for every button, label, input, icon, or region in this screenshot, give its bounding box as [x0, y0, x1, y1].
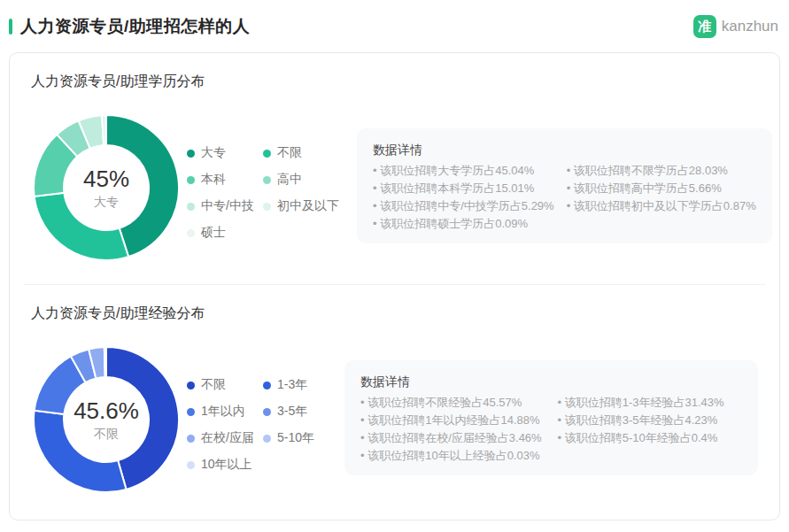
legend-dot-icon — [187, 176, 195, 184]
education-donut-chart[interactable]: 45% 大专 — [31, 112, 182, 263]
legend-item-0[interactable]: 不限 — [187, 376, 263, 394]
report-card: 人力资源专员/助理学历分布 45% 大专 大专不限本科高中中专/中技初中及以下硕… — [9, 52, 780, 520]
legend-label: 中专/中技 — [201, 198, 254, 214]
legend-item-6[interactable]: 硕士 — [187, 224, 263, 242]
page-header: 人力资源专员/助理招怎样的人 准 kanzhun — [0, 0, 789, 47]
legend-label: 1-3年 — [277, 377, 307, 393]
legend-item-3[interactable]: 高中 — [263, 171, 339, 189]
legend-label: 硕士 — [201, 225, 226, 241]
legend-item-1[interactable]: 不限 — [263, 144, 339, 162]
details-list-right: 该职位招聘1-3年经验占31.43%该职位招聘3-5年经验占4.23%该职位招聘… — [558, 394, 743, 465]
legend-label: 5-10年 — [277, 430, 314, 446]
detail-item: 该职位招聘高中学历占5.66% — [567, 180, 756, 197]
legend-label: 不限 — [277, 145, 302, 161]
legend-item-4[interactable]: 在校/应届 — [187, 429, 263, 447]
experience-legend: 不限1-3年1年以内3-5年在校/应届5-10年10年以上 — [187, 376, 327, 474]
legend-dot-icon — [187, 461, 195, 469]
legend-label: 3-5年 — [277, 404, 307, 420]
experience-donut-chart[interactable]: 45.6% 不限 — [31, 344, 182, 495]
legend-item-0[interactable]: 大专 — [187, 144, 263, 162]
legend-dot-icon — [263, 408, 271, 416]
detail-item: 该职位招聘10年以上经验占0.03% — [360, 447, 545, 465]
legend-dot-icon — [187, 203, 195, 211]
brand-logo[interactable]: 准 kanzhun — [693, 15, 778, 38]
detail-item: 该职位招聘1年以内经验占14.88% — [360, 412, 545, 429]
legend-item-2[interactable]: 1年以内 — [187, 403, 263, 420]
legend-label: 大专 — [201, 145, 226, 161]
detail-item: 该职位招聘不限学历占28.03% — [567, 162, 756, 180]
legend-item-6[interactable]: 10年以上 — [187, 456, 263, 474]
legend-label: 本科 — [201, 172, 226, 188]
legend-label: 1年以内 — [201, 404, 245, 420]
title-accent-bar — [9, 19, 12, 35]
legend-item-2[interactable]: 本科 — [187, 171, 263, 189]
legend-dot-icon — [187, 229, 195, 237]
legend-label: 不限 — [201, 377, 226, 393]
page: 人力资源专员/助理招怎样的人 准 kanzhun 人力资源专员/助理学历分布 4… — [0, 0, 789, 532]
legend-dot-icon — [263, 150, 271, 158]
legend-dot-icon — [187, 435, 195, 443]
section-experience: 人力资源专员/助理经验分布 45.6% 不限 不限1-3年1年以内3-5年在校/… — [10, 285, 779, 516]
legend-dot-icon — [263, 435, 271, 443]
legend-item-3[interactable]: 3-5年 — [263, 403, 327, 420]
detail-item: 该职位招聘在校/应届经验占3.46% — [360, 429, 545, 447]
kanzhun-logo-text: kanzhun — [722, 18, 778, 35]
legend-label: 在校/应届 — [201, 430, 254, 446]
legend-dot-icon — [187, 382, 195, 389]
legend-item-5[interactable]: 初中及以下 — [263, 197, 339, 215]
detail-item: 该职位招聘不限经验占45.57% — [360, 394, 545, 412]
donut-svg[interactable] — [31, 344, 182, 495]
details-list-left: 该职位招聘大专学历占45.04%该职位招聘本科学历占15.01%该职位招聘中专/… — [373, 162, 554, 233]
legend-dot-icon — [263, 382, 271, 389]
legend-dot-icon — [263, 203, 271, 211]
education-legend: 大专不限本科高中中专/中技初中及以下硕士 — [187, 144, 339, 242]
section-title: 人力资源专员/助理学历分布 — [31, 73, 758, 91]
details-title: 数据详情 — [373, 141, 756, 158]
detail-item: 该职位招聘3-5年经验占4.23% — [558, 412, 743, 429]
detail-item: 该职位招聘硕士学历占0.09% — [373, 215, 554, 233]
details-list-left: 该职位招聘不限经验占45.57%该职位招聘1年以内经验占14.88%该职位招聘在… — [360, 394, 545, 465]
details-list-right: 该职位招聘不限学历占28.03%该职位招聘高中学历占5.66%该职位招聘初中及以… — [567, 162, 756, 233]
section-education: 人力资源专员/助理学历分布 45% 大专 大专不限本科高中中专/中技初中及以下硕… — [10, 53, 779, 284]
page-title: 人力资源专员/助理招怎样的人 — [20, 15, 693, 38]
donut-svg[interactable] — [31, 112, 182, 263]
legend-item-1[interactable]: 1-3年 — [263, 376, 327, 394]
education-details-box: 数据详情 该职位招聘大专学历占45.04%该职位招聘本科学历占15.01%该职位… — [357, 128, 772, 243]
legend-dot-icon — [187, 408, 195, 416]
section-title: 人力资源专员/助理经验分布 — [31, 305, 758, 323]
legend-item-5[interactable]: 5-10年 — [263, 429, 327, 447]
kanzhun-logo-icon: 准 — [693, 15, 716, 38]
legend-dot-icon — [187, 150, 195, 158]
detail-item: 该职位招聘5-10年经验占0.4% — [558, 429, 743, 447]
pie-segment-1-3年[interactable] — [34, 411, 127, 492]
legend-label: 10年以上 — [201, 457, 252, 473]
detail-item: 该职位招聘本科学历占15.01% — [373, 180, 554, 197]
experience-details-box: 数据详情 该职位招聘不限经验占45.57%该职位招聘1年以内经验占14.88%该… — [344, 360, 758, 475]
detail-item: 该职位招聘初中及以下学历占0.87% — [567, 197, 756, 215]
legend-dot-icon — [263, 176, 271, 184]
legend-label: 高中 — [277, 172, 302, 188]
detail-item: 该职位招聘大专学历占45.04% — [373, 162, 554, 180]
legend-item-4[interactable]: 中专/中技 — [187, 197, 263, 215]
legend-label: 初中及以下 — [277, 198, 339, 214]
detail-item: 该职位招聘中专/中技学历占5.29% — [373, 197, 554, 215]
details-title: 数据详情 — [360, 373, 742, 390]
detail-item: 该职位招聘1-3年经验占31.43% — [558, 394, 743, 412]
pie-segment-不限[interactable] — [35, 193, 129, 260]
